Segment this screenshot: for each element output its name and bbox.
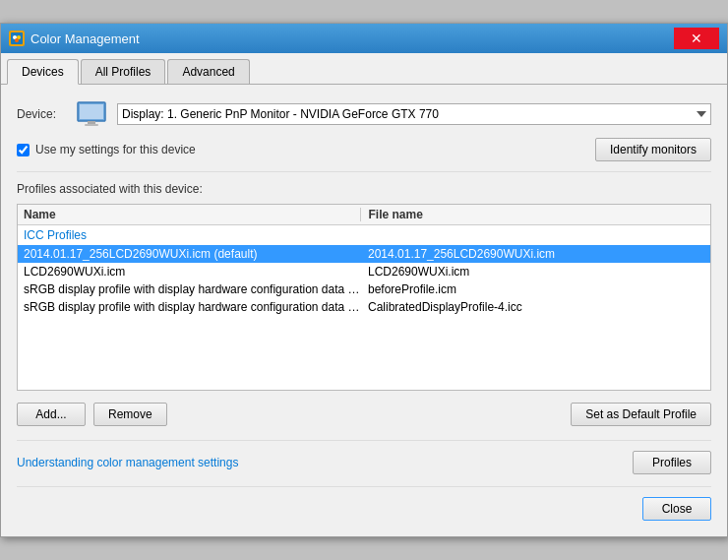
device-row: Device: Display: 1. Generic PnP Monitor …	[17, 100, 711, 128]
tab-advanced[interactable]: Advanced	[167, 59, 249, 84]
device-select[interactable]: Display: 1. Generic PnP Monitor - NVIDIA…	[117, 103, 711, 125]
icc-profiles-header: ICC Profiles	[18, 225, 710, 245]
use-my-settings-label: Use my settings for this device	[35, 143, 196, 156]
row-filename: CalibratedDisplayProfile-4.icc	[360, 300, 704, 314]
understanding-color-management-link[interactable]: Understanding color management settings	[17, 456, 238, 469]
profiles-section-label: Profiles associated with this device:	[17, 182, 711, 196]
set-default-profile-button[interactable]: Set as Default Profile	[571, 403, 711, 426]
col-filename-header: File name	[360, 208, 705, 221]
tab-bar: Devices All Profiles Advanced	[1, 53, 727, 85]
row-name: sRGB display profile with display hardwa…	[24, 300, 360, 314]
use-my-settings-checkbox[interactable]	[17, 144, 30, 156]
table-row[interactable]: sRGB display profile with display hardwa…	[18, 280, 710, 298]
table-row[interactable]: sRGB display profile with display hardwa…	[18, 298, 710, 316]
options-left: Use my settings for this device	[17, 143, 595, 156]
monitor-icon	[76, 100, 107, 128]
close-button[interactable]: Close	[642, 497, 711, 521]
bottom-row: Understanding color management settings …	[17, 440, 711, 474]
device-label: Device:	[17, 107, 66, 121]
row-name: LCD2690WUXi.icm	[24, 265, 360, 279]
app-icon	[9, 31, 25, 46]
tab-devices[interactable]: Devices	[7, 59, 79, 85]
table-header: Name File name	[18, 205, 710, 225]
add-button[interactable]: Add...	[17, 403, 86, 426]
color-management-window: Color Management ✕ Devices All Profiles …	[0, 23, 728, 537]
svg-rect-7	[85, 124, 98, 126]
close-button-row: Close	[17, 486, 711, 521]
svg-rect-6	[88, 121, 95, 124]
identify-monitors-button[interactable]: Identify monitors	[595, 138, 711, 161]
row-filename: LCD2690WUXi.icm	[360, 265, 704, 279]
remove-button[interactable]: Remove	[93, 403, 167, 426]
row-filename: 2014.01.17_256LCD2690WUXi.icm	[360, 247, 704, 261]
window-title: Color Management	[30, 31, 140, 46]
separator	[17, 171, 711, 172]
options-section: Use my settings for this device Identify…	[17, 138, 711, 161]
profiles-table: Name File name ICC Profiles 2014.01.17_2…	[17, 204, 711, 391]
action-button-row: Add... Remove Set as Default Profile	[17, 403, 711, 426]
svg-rect-5	[80, 104, 103, 119]
tab-content: Device: Display: 1. Generic PnP Monitor …	[1, 85, 727, 536]
title-bar-left: Color Management	[9, 31, 140, 46]
row-name: 2014.01.17_256LCD2690WUXi.icm (default)	[24, 247, 360, 261]
svg-point-3	[15, 38, 19, 42]
col-name-header: Name	[24, 208, 360, 221]
title-bar: Color Management ✕	[1, 24, 727, 53]
tab-all-profiles[interactable]: All Profiles	[81, 59, 166, 84]
profiles-button[interactable]: Profiles	[633, 451, 711, 474]
table-row[interactable]: LCD2690WUXi.icm LCD2690WUXi.icm	[18, 263, 710, 280]
row-name: sRGB display profile with display hardwa…	[24, 282, 360, 296]
row-filename: beforeProfile.icm	[360, 282, 704, 296]
close-window-button[interactable]: ✕	[674, 28, 719, 49]
table-row[interactable]: 2014.01.17_256LCD2690WUXi.icm (default) …	[18, 245, 710, 263]
